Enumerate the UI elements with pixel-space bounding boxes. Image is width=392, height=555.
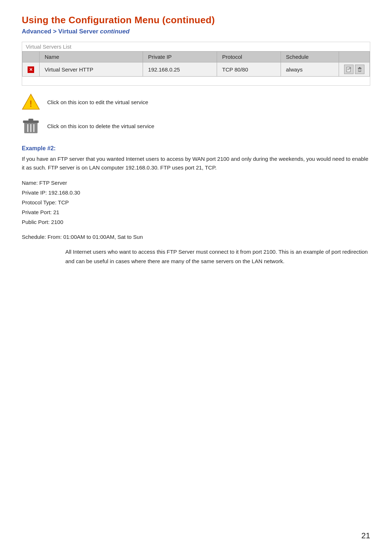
- delete-icon[interactable]: [355, 65, 364, 74]
- indented-note: All Internet users who want to access th…: [65, 247, 370, 266]
- subtitle-italic: continued: [100, 28, 130, 35]
- row-schedule: always: [281, 62, 339, 77]
- config-line-1: Name: FTP Server: [22, 178, 370, 188]
- table-row: ✕ Virtual Server HTTP 192.168.0.25 TCP 8…: [23, 62, 370, 77]
- row-checkbox-checked[interactable]: ✕: [28, 66, 34, 73]
- trash-large-icon: [22, 117, 40, 135]
- edit-desc-text: Click on this icon to edit the virtual s…: [47, 99, 148, 105]
- col-header-protocol: Protocol: [217, 52, 281, 62]
- svg-text:!: !: [29, 99, 32, 109]
- config-line-4: Private Port: 21: [22, 207, 370, 217]
- config-line-2: Private IP: 192.168.0.30: [22, 188, 370, 197]
- warning-triangle-icon: !: [22, 93, 40, 111]
- schedule-line: Schedule: From: 01:00AM to 01:00AM, Sat …: [22, 233, 370, 241]
- config-line-5: Public Port: 2100: [22, 217, 370, 227]
- example-label: Example #2:: [22, 145, 370, 152]
- page-number: 21: [362, 531, 370, 540]
- col-header-name: Name: [40, 52, 143, 62]
- row-private-ip: 192.168.0.25: [143, 62, 217, 77]
- row-protocol: TCP 80/80: [217, 62, 281, 77]
- action-icons: [344, 65, 364, 74]
- icon-descriptions: ! Click on this icon to edit the virtual…: [22, 93, 370, 135]
- row-name: Virtual Server HTTP: [40, 62, 143, 77]
- delete-desc-text: Click on this icon to delete the virtual…: [47, 123, 154, 129]
- col-header-actions: [339, 52, 370, 62]
- virtual-servers-list-section: Virtual Servers List Name Private IP Pro…: [22, 42, 370, 86]
- col-header-private-ip: Private IP: [143, 52, 217, 62]
- edit-desc-row: ! Click on this icon to edit the virtual…: [22, 93, 370, 111]
- vs-list-label: Virtual Servers List: [22, 42, 370, 51]
- subtitle-prefix: Advanced > Virtual Server: [22, 28, 100, 35]
- svg-rect-16: [28, 119, 33, 121]
- col-header-checkbox: [23, 52, 40, 62]
- svg-rect-7: [358, 68, 362, 69]
- delete-desc-row: Click on this icon to delete the virtual…: [22, 117, 370, 135]
- virtual-servers-table: Name Private IP Protocol Schedule ✕ Virt…: [22, 51, 370, 77]
- main-title: Using the Configuration Menu (continued): [22, 15, 370, 26]
- example-body: If you have an FTP server that you wante…: [22, 155, 370, 172]
- edit-icon[interactable]: [344, 65, 354, 74]
- col-header-schedule: Schedule: [281, 52, 339, 62]
- svg-rect-8: [359, 67, 360, 68]
- config-block: Name: FTP Server Private IP: 192.168.0.3…: [22, 178, 370, 227]
- config-line-3: Protocol Type: TCP: [22, 197, 370, 207]
- subtitle: Advanced > Virtual Server continued: [22, 28, 370, 35]
